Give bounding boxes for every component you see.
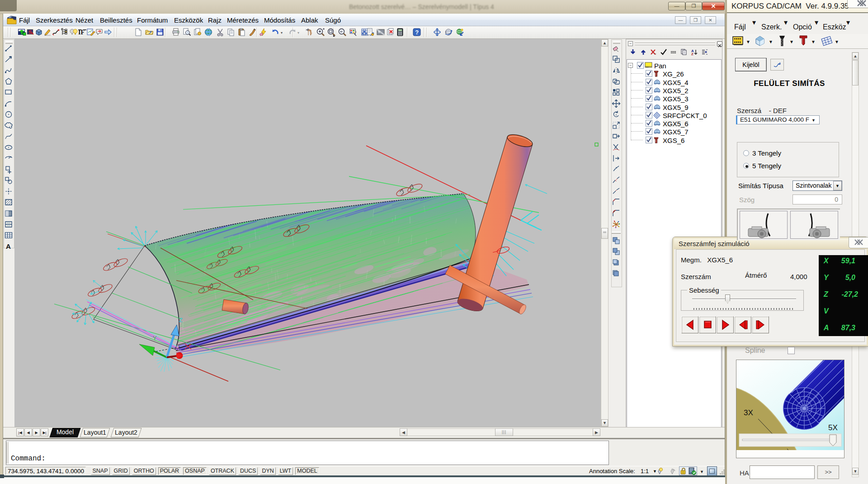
- svg-text:Z: Z: [179, 317, 183, 323]
- svg-text:Y: Y: [153, 335, 157, 342]
- svg-text:A: A: [6, 242, 11, 250]
- svg-text:?: ?: [415, 29, 419, 36]
- svg-text:Z: Z: [691, 52, 693, 56]
